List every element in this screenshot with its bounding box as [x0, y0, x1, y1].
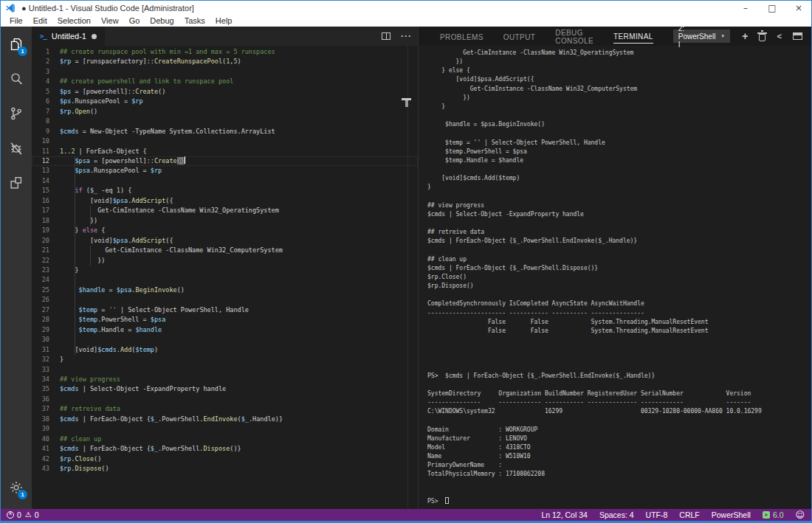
menu-help[interactable]: Help	[210, 15, 238, 27]
code-line[interactable]: 111..2 | ForEach-Object {	[32, 147, 418, 156]
code-line[interactable]: 16 [void]$psa.AddScript({	[32, 196, 418, 206]
code-line[interactable]: 12 $psa = [powershell]::Create()	[32, 156, 418, 166]
navigate-back-icon[interactable]: <	[777, 32, 781, 41]
terminal-line: [void]$psa.AddScript({	[427, 75, 812, 84]
status-powershell-session[interactable]: > 6.0	[763, 510, 784, 519]
activitybar-source-control[interactable]	[0, 96, 32, 131]
menu-debug[interactable]: Debug	[145, 15, 179, 27]
activitybar-explorer[interactable]: 1	[0, 27, 32, 61]
code-text: $rp.Open()	[60, 107, 97, 117]
code-editor[interactable]: 1## create runspace pool with min =1 and…	[32, 46, 418, 509]
code-line[interactable]: 20 [void]$psa.AddScript({	[32, 236, 418, 246]
terminal-line	[427, 291, 812, 299]
code-line[interactable]: 1## create runspace pool with min =1 and…	[32, 47, 418, 57]
code-line[interactable]: 19 } else {	[32, 226, 418, 235]
settings-badge: 1	[18, 490, 27, 499]
code-line[interactable]: 38$cmds | ForEach-Object {$_.PowerShell.…	[32, 415, 418, 424]
code-line[interactable]: 36	[32, 395, 418, 404]
maximize-panel-icon[interactable]	[793, 32, 802, 40]
line-number: 1	[32, 47, 49, 57]
code-line[interactable]: 3	[32, 67, 418, 77]
status-eol[interactable]: CRLF	[679, 510, 699, 519]
code-line[interactable]: 34## view progress	[32, 375, 418, 384]
status-encoding[interactable]: UTF-8	[646, 510, 668, 519]
minimize-button[interactable]: –	[732, 0, 759, 15]
menu-selection[interactable]: Selection	[52, 15, 96, 27]
code-line[interactable]: 28 $temp.PowerShell = $psa	[32, 315, 418, 325]
menu-go[interactable]: Go	[124, 15, 145, 27]
panel-tab-problems[interactable]: PROBLEMS	[440, 30, 484, 44]
code-line[interactable]: 37## retreive data	[32, 404, 418, 414]
menu-edit[interactable]: Edit	[28, 15, 52, 27]
more-actions-icon[interactable]: ···	[401, 31, 412, 41]
split-editor-icon[interactable]	[382, 32, 390, 40]
code-line[interactable]: 13 $psa.RunspacePool = $rp	[32, 166, 418, 176]
code-line[interactable]: 40## clean up	[32, 434, 418, 444]
code-line[interactable]: 14	[32, 176, 418, 186]
problems-errors[interactable]: 0	[7, 510, 21, 519]
tab-untitled-1[interactable]: >_ Untitled-1	[32, 27, 105, 46]
code-line[interactable]: 8	[32, 117, 418, 126]
code-line[interactable]: 32}	[32, 355, 418, 364]
close-button[interactable]: ×	[785, 0, 812, 15]
code-line[interactable]: 35$cmds | Select-Object -ExpandProperty …	[32, 384, 418, 394]
code-line[interactable]: 42$rp.Close()	[32, 454, 418, 464]
code-line[interactable]: 26	[32, 295, 418, 305]
activitybar-debug[interactable]	[0, 131, 32, 165]
code-line[interactable]: 30	[32, 335, 418, 344]
code-line[interactable]: 9$cmds = New-Object -TypeName System.Col…	[32, 127, 418, 136]
line-number: 24	[32, 275, 49, 285]
code-line[interactable]: 23 }	[32, 266, 418, 275]
panel-tab-debug-console[interactable]: DEBUG CONSOLE	[555, 25, 593, 47]
code-line[interactable]: 27 $temp = '' | Select-Object PowerShell…	[32, 305, 418, 315]
activitybar-extensions[interactable]	[0, 165, 32, 200]
maximize-button[interactable]: □	[759, 0, 785, 15]
line-number: 43	[32, 464, 49, 474]
panel-tab-terminal[interactable]: TERMINAL	[613, 29, 653, 44]
code-line[interactable]: 29 $temp.Handle = $handle	[32, 325, 418, 335]
menu-file[interactable]: File	[4, 15, 28, 27]
terminal-line: $rp.Dispose()	[427, 282, 812, 291]
title-bar[interactable]: ● Untitled-1 - Visual Studio Code [Admin…	[0, 0, 812, 15]
terminal[interactable]: Get-CimInstance -ClassName Win32_Operati…	[419, 46, 812, 509]
code-line[interactable]: 24	[32, 275, 418, 285]
problems-warnings[interactable]: ⚠ 0	[25, 510, 39, 519]
modified-indicator-icon[interactable]	[92, 34, 97, 39]
line-number: 15	[32, 186, 49, 195]
code-line[interactable]: 43$rp.Dispose()	[32, 464, 418, 474]
terminal-line	[427, 353, 812, 362]
panel-tab-output[interactable]: OUTPUT	[503, 30, 536, 44]
editor-scrollbar-gutter[interactable]	[407, 46, 408, 509]
status-line-col[interactable]: Ln 12, Col 34	[541, 510, 587, 519]
code-text: $ps.RunspacePool = $rp	[60, 97, 143, 106]
status-indentation[interactable]: Spaces: 4	[599, 510, 634, 519]
kill-terminal-icon[interactable]	[759, 34, 765, 41]
code-line[interactable]: 41$cmds | ForEach-Object {$_.PowerShell.…	[32, 444, 418, 454]
code-line[interactable]: 2$rp = [runspacefactory]::CreateRunspace…	[32, 57, 418, 66]
code-line[interactable]: 6$ps.RunspacePool = $rp	[32, 97, 418, 106]
code-line[interactable]: 39	[32, 424, 418, 434]
code-line[interactable]: 31 [void]$cmds.Add($temp)	[32, 345, 418, 355]
code-line[interactable]: 10	[32, 136, 418, 146]
code-line[interactable]: 4## create powershell and link to runspa…	[32, 77, 418, 86]
activity-bar: 11	[0, 27, 32, 509]
terminal-prompt-line[interactable]: PS>	[427, 497, 812, 506]
status-language[interactable]: PowerShell	[712, 510, 751, 519]
feedback-smiley-icon[interactable]: ☺	[795, 510, 805, 520]
menu-tasks[interactable]: Tasks	[179, 15, 210, 27]
code-line[interactable]: 5$ps = [powershell]::Create()	[32, 87, 418, 97]
code-line[interactable]: 15 if ($_ -eq 1) {	[32, 186, 418, 195]
code-line[interactable]: 25 $handle = $psa.BeginInvoke()	[32, 285, 418, 295]
terminal-selector-label: 2: PowerShell I	[678, 24, 716, 49]
code-line[interactable]: 7$rp.Open()	[32, 107, 418, 117]
menu-view[interactable]: View	[96, 15, 124, 27]
terminal-line: TotalPhysicalMemory : 17108062208	[427, 470, 812, 479]
line-number: 4	[32, 77, 49, 86]
status-bar: 0 ⚠ 0 Ln 12, Col 34 Spaces: 4 UTF-8 CRLF…	[0, 509, 812, 521]
code-line[interactable]: 33	[32, 365, 418, 375]
new-terminal-icon[interactable]: +	[742, 30, 748, 42]
activitybar-search[interactable]	[0, 61, 32, 96]
terminal-line: PrimaryOwnerName :	[427, 461, 812, 470]
activitybar-settings[interactable]: 1	[0, 470, 32, 505]
terminal-selector-dropdown[interactable]: 2: PowerShell I ▼	[673, 30, 731, 43]
